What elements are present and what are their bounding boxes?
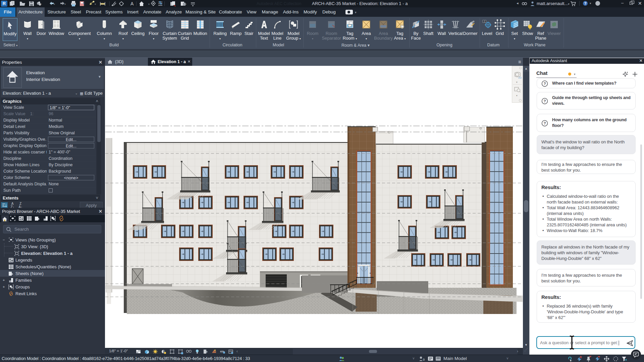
svg-text:?: ? xyxy=(544,82,546,86)
svg-text:0: 0 xyxy=(423,358,425,361)
svg-text:?: ? xyxy=(544,99,546,103)
svg-text:2D: 2D xyxy=(518,76,522,79)
svg-text:?: ? xyxy=(544,121,546,125)
svg-text:-1: -1 xyxy=(483,20,485,22)
svg-text:A: A xyxy=(130,1,134,6)
